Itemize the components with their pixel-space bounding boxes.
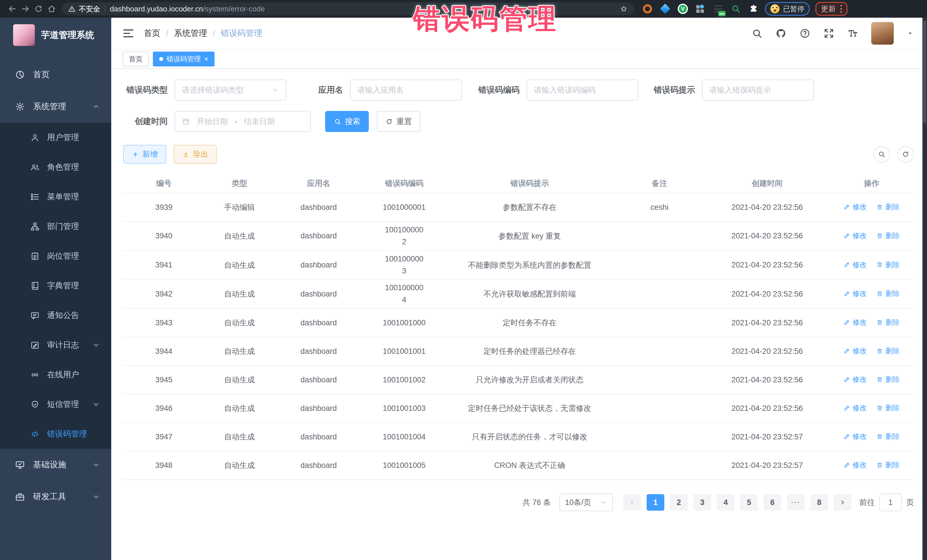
delete-link[interactable]: 删除: [876, 318, 900, 327]
error-hint-input[interactable]: [702, 80, 814, 101]
hamburger-icon[interactable]: [122, 27, 135, 39]
breadcrumb-item[interactable]: 首页: [144, 28, 160, 39]
sidebar-item[interactable]: 用户管理: [0, 123, 111, 152]
browser-home-button[interactable]: [45, 2, 58, 15]
toggle-search-button[interactable]: [873, 146, 890, 162]
edit-link[interactable]: 修改: [843, 318, 867, 327]
delete-link[interactable]: 删除: [876, 346, 900, 355]
sidebar-item[interactable]: 通知公告: [0, 300, 111, 330]
extension-v-icon[interactable]: V: [677, 3, 688, 15]
bookmark-star-button[interactable]: [620, 5, 628, 13]
sidebar-item[interactable]: 在线用户: [0, 360, 111, 390]
breadcrumb-item[interactable]: 系统管理: [174, 28, 207, 39]
cell-id: 3940: [123, 232, 205, 240]
page-list: 1 2 3 4 5 6 ··· 8: [644, 494, 831, 511]
sidebar-item[interactable]: 菜单管理: [0, 182, 111, 212]
error-code-label: 错误码编码: [478, 84, 520, 96]
page-button[interactable]: 3: [693, 494, 711, 511]
edit-link[interactable]: 修改: [843, 289, 867, 298]
font-size-icon[interactable]: [847, 28, 859, 39]
search-button[interactable]: 搜索: [325, 111, 369, 132]
delete-link[interactable]: 删除: [876, 231, 900, 240]
browser-update-button[interactable]: 更新: [816, 2, 847, 16]
sidebar-item[interactable]: 基础设施: [0, 449, 111, 481]
edit-link[interactable]: 修改: [843, 460, 867, 470]
security-chip[interactable]: 不安全: [68, 4, 100, 14]
add-button[interactable]: 新增: [123, 145, 166, 164]
edit-link[interactable]: 修改: [843, 375, 867, 384]
extension-target-icon[interactable]: [642, 3, 653, 15]
cell-type: 自动生成: [205, 289, 274, 299]
edit-link[interactable]: 修改: [843, 432, 867, 441]
sidebar-item[interactable]: 岗位管理: [0, 241, 111, 271]
page-button[interactable]: 5: [740, 494, 758, 511]
next-page-button[interactable]: [834, 494, 851, 511]
sidebar-item[interactable]: 短信管理: [0, 390, 111, 419]
goto-page-input[interactable]: [879, 493, 902, 511]
delete-link[interactable]: 删除: [876, 403, 900, 413]
trash-icon: [876, 319, 883, 326]
delete-link[interactable]: 删除: [876, 460, 900, 470]
edit-link[interactable]: 修改: [843, 202, 867, 212]
sidebar-item[interactable]: 审计日志: [0, 330, 111, 360]
app-name-input[interactable]: [350, 80, 462, 101]
page-button[interactable]: 4: [717, 494, 734, 511]
sidebar-item[interactable]: 角色管理: [0, 152, 111, 182]
extension-grid-icon[interactable]: [695, 3, 706, 15]
cell-id: 3941: [123, 261, 205, 269]
cell-created: 2021-04-20 23:52:57: [705, 461, 829, 470]
edit-link[interactable]: 修改: [843, 403, 867, 413]
delete-link[interactable]: 删除: [876, 202, 900, 212]
table-row: 3947 自动生成 dashboard 1001001004 只有开启状态的任务…: [123, 423, 914, 451]
delete-link[interactable]: 删除: [876, 432, 900, 441]
caret-down-icon[interactable]: [906, 30, 914, 37]
scrollbar[interactable]: [922, 18, 927, 560]
sidebar-item[interactable]: 字典管理: [0, 271, 111, 300]
tab-error-code[interactable]: 错误码管理 ×: [153, 52, 214, 67]
cell-id: 3939: [123, 203, 205, 212]
delete-link[interactable]: 删除: [876, 375, 900, 384]
paused-extension-pill[interactable]: 已暂停: [765, 2, 810, 16]
extension-magnifier-icon[interactable]: [730, 3, 742, 15]
help-icon[interactable]: [799, 28, 811, 39]
sidebar-item[interactable]: 部门管理: [0, 212, 111, 241]
page-button[interactable]: 1: [647, 494, 664, 511]
page-size-select[interactable]: 10条/页: [559, 493, 613, 511]
sidebar-item[interactable]: 研发工具: [0, 481, 111, 513]
sidebar-item[interactable]: 首页: [0, 59, 111, 91]
fullscreen-icon[interactable]: [823, 28, 834, 39]
page-button[interactable]: 2: [670, 494, 688, 511]
prev-page-button[interactable]: [623, 494, 641, 511]
refresh-table-button[interactable]: [897, 146, 914, 162]
browser-reload-button[interactable]: [32, 2, 45, 15]
browser-back-button[interactable]: [6, 2, 19, 15]
page-button[interactable]: 6: [764, 494, 781, 511]
close-icon[interactable]: ×: [204, 56, 208, 62]
edit-link[interactable]: 修改: [843, 231, 867, 240]
kebab-menu-icon[interactable]: [840, 5, 842, 13]
delete-link[interactable]: 删除: [876, 289, 900, 298]
error-type-select[interactable]: 请选择错误码类型: [175, 80, 286, 101]
github-icon[interactable]: [775, 28, 787, 39]
error-code-input[interactable]: [527, 80, 638, 101]
delete-link[interactable]: 删除: [876, 260, 900, 269]
user-avatar[interactable]: [871, 22, 894, 45]
extensions-puzzle-icon[interactable]: [748, 3, 759, 15]
reset-button[interactable]: 重置: [377, 111, 421, 132]
column-header: 错误码编码: [363, 178, 445, 188]
error-type-label: 错误码类型: [123, 84, 168, 96]
extension-list-icon[interactable]: on: [713, 3, 724, 15]
edit-link[interactable]: 修改: [843, 346, 867, 355]
scrollbar-thumb[interactable]: [923, 21, 926, 123]
page-button[interactable]: ···: [787, 494, 805, 511]
extension-gem-icon[interactable]: [660, 3, 671, 15]
search-icon[interactable]: [751, 28, 763, 39]
edit-link[interactable]: 修改: [843, 260, 867, 269]
browser-forward-button[interactable]: [19, 2, 32, 15]
date-range-picker[interactable]: 开始日期 - 结束日期: [175, 111, 311, 132]
export-button[interactable]: 导出: [174, 145, 217, 164]
sidebar-item[interactable]: 系统管理: [0, 91, 111, 123]
sidebar-item[interactable]: 错误码管理: [0, 419, 111, 449]
tab-home[interactable]: 首页: [123, 52, 149, 67]
page-button[interactable]: 8: [810, 494, 828, 511]
